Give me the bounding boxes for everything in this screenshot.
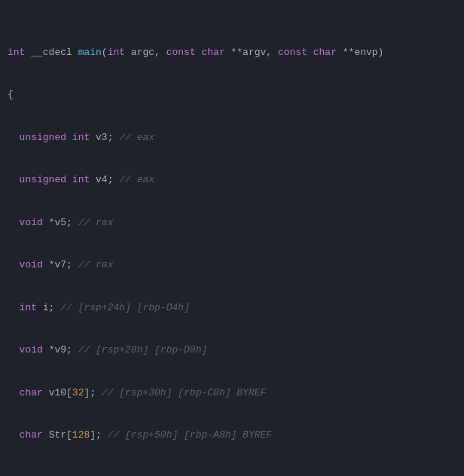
line-blank1 <box>6 471 458 476</box>
code-view: int __cdecl main(int argc, const char **… <box>0 0 464 476</box>
line-str: char Str[128]; // [rsp+50h] [rbp-A8h] BY… <box>6 429 458 443</box>
line-v4: unsigned int v4; // eax <box>6 173 458 188</box>
line-v7: void *v7; // rax <box>6 258 458 273</box>
line-open-brace: { <box>6 88 458 102</box>
line-i: int i; // [rsp+24h] [rbp-D4h] <box>6 301 458 316</box>
line-v10: char v10[32]; // [rsp+30h] [rbp-C8h] BYR… <box>6 386 458 401</box>
line-v3: unsigned int v3; // eax <box>6 131 458 145</box>
line-v5: void *v5; // rax <box>6 216 458 230</box>
line-v9: void *v9; // [rsp+28h] [rbp-D0h] <box>6 343 458 358</box>
line-signature: int __cdecl main(int argc, const char **… <box>6 46 458 60</box>
